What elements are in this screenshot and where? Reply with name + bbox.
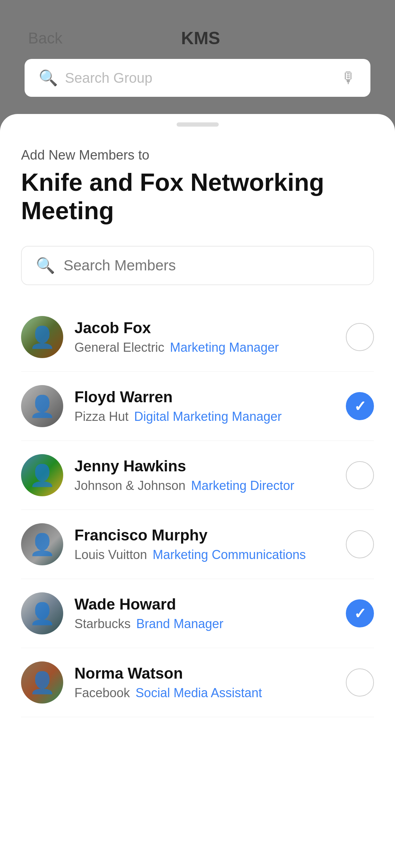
list-item: 👤 Jacob Fox General Electric Marketing M… xyxy=(21,303,374,372)
member-checkbox[interactable]: ✓ xyxy=(346,461,374,489)
member-name: Wade Howard xyxy=(74,596,335,613)
checkmark-icon: ✓ xyxy=(354,398,366,415)
list-item: 👤 Floyd Warren Pizza Hut Digital Marketi… xyxy=(21,372,374,441)
modal-body: Add New Members to Knife and Fox Network… xyxy=(0,127,395,717)
member-role: Digital Marketing Manager xyxy=(134,409,282,424)
avatar: 👤 xyxy=(21,592,63,634)
member-meta: Starbucks Brand Manager xyxy=(74,617,335,631)
member-checkbox[interactable]: ✓ xyxy=(346,530,374,558)
list-item: 👤 Wade Howard Starbucks Brand Manager ✓ xyxy=(21,579,374,648)
member-company: General Electric xyxy=(74,340,164,355)
member-meta: Louis Vuitton Marketing Communications xyxy=(74,547,335,562)
member-list: 👤 Jacob Fox General Electric Marketing M… xyxy=(21,303,374,717)
avatar: 👤 xyxy=(21,661,63,704)
member-name: Francisco Murphy xyxy=(74,526,335,544)
background-search-text: Search Group xyxy=(65,70,334,86)
member-role: Marketing Director xyxy=(191,478,294,493)
nav-title: KMS xyxy=(181,28,220,48)
member-info: Jenny Hawkins Johnson & Johnson Marketin… xyxy=(74,457,335,493)
member-name: Floyd Warren xyxy=(74,388,335,406)
member-meta: Facebook Social Media Assistant xyxy=(74,686,335,700)
avatar: 👤 xyxy=(21,316,63,358)
back-button[interactable]: Back xyxy=(28,29,62,47)
avatar: 👤 xyxy=(21,454,63,496)
background-search-bar: 🔍 Search Group 🎙 xyxy=(25,59,370,97)
nav-bar: Back KMS xyxy=(21,0,374,59)
member-checkbox[interactable]: ✓ xyxy=(346,323,374,351)
list-item: 👤 Francisco Murphy Louis Vuitton Marketi… xyxy=(21,510,374,579)
search-members-input[interactable] xyxy=(64,257,359,274)
add-label: Add New Members to xyxy=(21,148,374,163)
background-content: Back KMS 🔍 Search Group 🎙 xyxy=(0,0,395,97)
member-company: Louis Vuitton xyxy=(74,547,147,562)
search-icon: 🔍 xyxy=(36,256,55,275)
member-info: Floyd Warren Pizza Hut Digital Marketing… xyxy=(74,388,335,424)
modal-handle xyxy=(177,122,219,127)
member-name: Norma Watson xyxy=(74,665,335,682)
list-item: 👤 Norma Watson Facebook Social Media Ass… xyxy=(21,648,374,717)
member-checkbox[interactable]: ✓ xyxy=(346,599,374,627)
member-info: Francisco Murphy Louis Vuitton Marketing… xyxy=(74,526,335,562)
list-item: 👤 Jenny Hawkins Johnson & Johnson Market… xyxy=(21,441,374,510)
member-meta: General Electric Marketing Manager xyxy=(74,340,335,355)
member-meta: Johnson & Johnson Marketing Director xyxy=(74,478,335,493)
member-company: Johnson & Johnson xyxy=(74,478,185,493)
member-role: Brand Manager xyxy=(136,617,223,631)
member-checkbox[interactable]: ✓ xyxy=(346,668,374,697)
member-info: Norma Watson Facebook Social Media Assis… xyxy=(74,665,335,700)
search-input-container[interactable]: 🔍 xyxy=(21,246,374,285)
modal-sheet: Add New Members to Knife and Fox Network… xyxy=(0,114,395,868)
avatar: 👤 xyxy=(21,523,63,565)
member-info: Wade Howard Starbucks Brand Manager xyxy=(74,596,335,631)
member-meta: Pizza Hut Digital Marketing Manager xyxy=(74,409,335,424)
member-company: Starbucks xyxy=(74,617,131,631)
background-search-icon: 🔍 xyxy=(39,69,58,87)
member-company: Facebook xyxy=(74,686,130,700)
avatar: 👤 xyxy=(21,385,63,427)
background-mic-icon: 🎙 xyxy=(341,69,356,87)
member-role: Marketing Communications xyxy=(153,547,306,562)
member-checkbox[interactable]: ✓ xyxy=(346,392,374,420)
member-info: Jacob Fox General Electric Marketing Man… xyxy=(74,319,335,355)
group-name: Knife and Fox Networking Meeting xyxy=(21,168,374,225)
checkmark-icon: ✓ xyxy=(354,605,366,622)
member-role: Social Media Assistant xyxy=(136,686,262,700)
member-name: Jenny Hawkins xyxy=(74,457,335,475)
member-role: Marketing Manager xyxy=(170,340,279,355)
member-company: Pizza Hut xyxy=(74,409,129,424)
member-name: Jacob Fox xyxy=(74,319,335,337)
